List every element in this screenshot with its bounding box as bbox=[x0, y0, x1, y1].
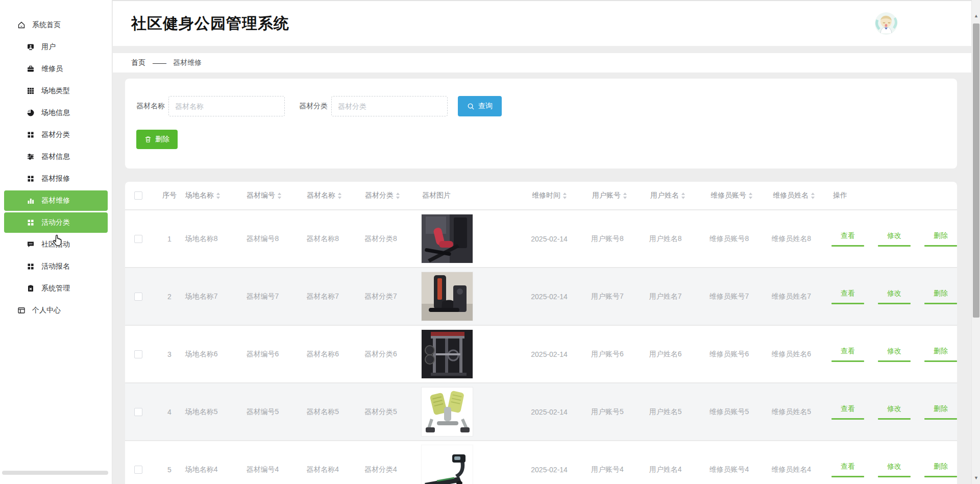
sidebar-item-11[interactable]: 社区活动 bbox=[4, 234, 108, 255]
repairer-account-cell: 维修员账号5 bbox=[709, 407, 772, 417]
sort-caret-icon[interactable] bbox=[681, 192, 685, 199]
edit-button[interactable]: 修改 bbox=[878, 404, 911, 420]
column-header-user_name[interactable]: 用户姓名 bbox=[650, 191, 710, 200]
scroll-down-arrow-icon[interactable]: ▼ bbox=[972, 473, 980, 482]
user-avatar[interactable] bbox=[874, 12, 898, 35]
breadcrumb-home-link[interactable]: 首页 bbox=[131, 58, 145, 67]
delete-row-button[interactable]: 删除 bbox=[924, 462, 957, 477]
top-header: 社区健身公园管理系统 bbox=[113, 1, 971, 46]
sidebar-item-label: 器材报修 bbox=[41, 174, 70, 183]
column-header-equipment_code[interactable]: 器材编号 bbox=[247, 191, 307, 200]
sort-caret-icon[interactable] bbox=[277, 192, 282, 199]
batch-delete-button[interactable]: 删除 bbox=[136, 130, 178, 149]
equipment-category-input[interactable] bbox=[331, 96, 448, 116]
sidebar-item-10[interactable]: 活动分类 bbox=[4, 212, 108, 233]
equipment-name-input[interactable] bbox=[168, 96, 285, 116]
equipment-category-cell: 器材分类6 bbox=[364, 350, 422, 359]
column-header-repairer_name[interactable]: 维修员姓名 bbox=[773, 191, 833, 200]
sidebar-item-6[interactable]: 器材分类 bbox=[4, 125, 108, 145]
repairer-account-cell: 维修员账号8 bbox=[709, 234, 772, 244]
table-row: 4场地名称5器材编号5器材名称5器材分类52025-02-14用户账号5用户姓名… bbox=[125, 382, 957, 440]
view-button[interactable]: 查看 bbox=[831, 462, 864, 477]
query-button[interactable]: 查询 bbox=[458, 96, 502, 116]
row-checkbox[interactable] bbox=[134, 408, 142, 416]
sort-caret-icon[interactable] bbox=[748, 192, 753, 199]
scrollbar-thumb[interactable] bbox=[973, 23, 979, 318]
table-row: 5场地名称4器材编号4器材名称4器材分类42025-02-14用户账号4用户姓名… bbox=[125, 440, 957, 484]
row-checkbox-cell bbox=[125, 293, 154, 301]
actions-cell: 查看修改删除 bbox=[831, 462, 957, 477]
edit-button[interactable]: 修改 bbox=[878, 462, 911, 477]
user-name-cell: 用户姓名8 bbox=[649, 234, 709, 244]
edit-button[interactable]: 修改 bbox=[878, 231, 911, 247]
column-header-repair_time[interactable]: 维修时间 bbox=[532, 191, 592, 200]
breadcrumb: 首页 —— 器材维修 bbox=[113, 53, 971, 72]
sidebar-item-12[interactable]: 活动报名 bbox=[4, 256, 108, 277]
view-button[interactable]: 查看 bbox=[831, 404, 864, 420]
view-button[interactable]: 查看 bbox=[831, 289, 864, 304]
sort-caret-icon[interactable] bbox=[562, 192, 567, 199]
user-account-cell: 用户账号4 bbox=[591, 465, 649, 474]
view-button[interactable]: 查看 bbox=[831, 231, 864, 247]
breadcrumb-separator: —— bbox=[153, 59, 166, 67]
column-header-user_account[interactable]: 用户账号 bbox=[592, 191, 650, 200]
sort-caret-icon[interactable] bbox=[337, 192, 342, 199]
bar-chart-icon bbox=[27, 197, 35, 205]
view-button[interactable]: 查看 bbox=[831, 347, 864, 362]
scroll-up-arrow-icon[interactable]: ▲ bbox=[972, 11, 980, 20]
row-checkbox[interactable] bbox=[134, 293, 142, 301]
vertical-scrollbar[interactable]: ▲ ▼ bbox=[971, 0, 980, 484]
equipment-image-cell bbox=[422, 272, 531, 321]
edit-button[interactable]: 修改 bbox=[878, 347, 911, 362]
actions-cell: 查看修改删除 bbox=[831, 289, 957, 304]
row-checkbox[interactable] bbox=[134, 350, 142, 358]
sidebar-item-5[interactable]: 场地信息 bbox=[4, 103, 108, 123]
sort-caret-icon[interactable] bbox=[216, 192, 220, 199]
pie-chart-icon bbox=[27, 109, 35, 117]
sidebar-item-9[interactable]: 器材维修 bbox=[4, 190, 108, 211]
column-header-equipment_name[interactable]: 器材名称 bbox=[307, 191, 365, 200]
delete-row-button[interactable]: 删除 bbox=[924, 404, 957, 420]
delete-row-button[interactable]: 删除 bbox=[924, 347, 957, 362]
sidebar-item-7[interactable]: 器材信息 bbox=[4, 147, 108, 167]
sidebar-item-13[interactable]: 系统管理 bbox=[4, 278, 108, 299]
delete-button-label: 删除 bbox=[155, 135, 169, 144]
sidebar-item-2[interactable]: 用户 bbox=[4, 37, 108, 57]
repair-table: 序号场地名称器材编号器材名称器材分类器材图片维修时间用户账号用户姓名维修员账号维… bbox=[125, 182, 957, 484]
repairer-account-cell: 维修员账号4 bbox=[709, 465, 772, 474]
repairer-name-cell: 维修员姓名7 bbox=[771, 292, 831, 301]
sidebar-item-8[interactable]: 器材报修 bbox=[4, 168, 108, 189]
select-all-checkbox[interactable] bbox=[134, 191, 142, 200]
delete-row-button[interactable]: 删除 bbox=[924, 289, 957, 304]
briefcase-icon bbox=[27, 65, 35, 73]
sidebar-item-label: 活动分类 bbox=[41, 218, 70, 227]
equipment-code-cell: 器材编号4 bbox=[247, 465, 307, 474]
sort-caret-icon[interactable] bbox=[396, 192, 400, 199]
sidebar-item-4[interactable]: 场地类型 bbox=[4, 81, 108, 101]
sidebar-horizontal-scrollbar[interactable] bbox=[2, 471, 108, 475]
grid-2x2-icon bbox=[27, 262, 35, 271]
repairer-name-cell: 维修员姓名4 bbox=[771, 465, 831, 474]
column-header-equipment_category[interactable]: 器材分类 bbox=[365, 191, 422, 200]
sidebar-item-label: 器材信息 bbox=[41, 152, 70, 161]
edit-button[interactable]: 修改 bbox=[878, 289, 911, 304]
sort-caret-icon[interactable] bbox=[811, 192, 815, 199]
delete-row-button[interactable]: 删除 bbox=[924, 231, 957, 247]
sidebar-item-label: 场地类型 bbox=[41, 86, 70, 95]
sidebar-item-1[interactable]: 系统首页 bbox=[4, 15, 108, 35]
row-checkbox[interactable] bbox=[134, 466, 142, 474]
search-panel: 器材名称 器材分类 查询 删除 bbox=[125, 79, 957, 168]
column-header-venue_name[interactable]: 场地名称 bbox=[185, 191, 247, 200]
actions-cell: 查看修改删除 bbox=[831, 231, 957, 247]
table-header-row: 序号场地名称器材编号器材名称器材分类器材图片维修时间用户账号用户姓名维修员账号维… bbox=[125, 182, 957, 209]
repairer-account-cell: 维修员账号7 bbox=[709, 292, 772, 301]
sidebar-item-14[interactable]: 个人中心 bbox=[4, 300, 108, 321]
user-icon bbox=[27, 43, 35, 51]
page-title: 社区健身公园管理系统 bbox=[113, 13, 289, 34]
sort-caret-icon[interactable] bbox=[623, 192, 627, 199]
column-header-repairer_account[interactable]: 维修员账号 bbox=[710, 191, 773, 200]
grid-2x2-icon bbox=[27, 175, 35, 183]
row-checkbox[interactable] bbox=[134, 235, 142, 243]
sidebar-item-3[interactable]: 维修员 bbox=[4, 59, 108, 79]
equipment-name-label: 器材名称 bbox=[136, 102, 165, 111]
